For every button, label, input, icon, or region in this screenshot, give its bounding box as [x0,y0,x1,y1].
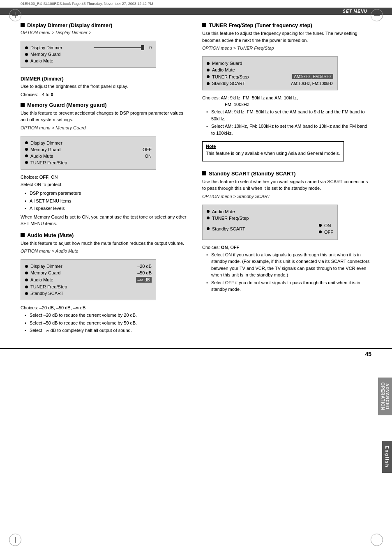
audio-mute-menu-path: OPTION menu > Audio Mute [21,249,190,253]
tuner-freq-menu-box: Memory Guard Audio Mute TUNER Freq/Step … [202,56,338,90]
menu-dot [207,227,210,230]
page-info: 01EN.00_RX-SL100RDS.book Page 45 Thursda… [0,0,392,8]
menu-dot [207,82,210,85]
menu-item-display-dimmer-1: Display Dimmer 0 [25,44,152,51]
menu-dot [319,224,322,227]
display-dimmer-title: Display Dimmer (Display dimmer) [27,22,112,28]
tf-item-audio-mute: Audio Mute [207,67,333,73]
tf-item-standby: Standby SCART AM:10kHz, FM:100kHz [207,80,333,87]
mg-item-memory-guard: Memory Guard OFF [25,146,152,153]
am-bullet-3: Select –∞ dB to completely halt all outp… [25,327,190,334]
mg-select-on: Select ON to protect: [21,181,190,188]
english-tab: English [382,441,392,473]
am-bullet-1: Select –20 dB to reduce the current volu… [25,312,190,319]
tuner-freq-section: TUNER Freq/Step (Tuner frequency step) U… [202,22,371,165]
tf-choices2: FM: 100kHz [202,102,371,107]
audio-mute-heading: Audio Mute (Mute) [21,232,190,238]
ss-item-audio-mute: Audio Mute [207,208,333,215]
menu-dot [207,62,210,65]
dimmer-sub-heading: DIMMER (Dimmer) [21,76,190,82]
am-item-display-dimmer: Display Dimmer –20 dB [25,263,152,269]
menu-dot [207,216,210,219]
memory-guard-menu-path: OPTION menu > Memory Guard [21,125,190,130]
advanced-operation-tab: ADVANCED OPERATION [378,378,392,415]
menu-dot [25,286,28,288]
memory-guard-section: Memory Guard (Memory guard) Use this fea… [21,102,190,227]
ss-bullet-2: Select OFF if you do not want signals to… [206,279,371,293]
standby-scart-body: Use this feature to select whether you w… [202,178,371,192]
display-dimmer-section: Display Dimmer (Display dimmer) OPTION m… [21,22,190,97]
ss-bullet-list: Select ON if you want to allow signals t… [202,251,371,293]
tf-item-tuner: TUNER Freq/Step AM:9kHz, FM:50kHz [207,73,333,80]
corner-mark-tr [371,9,383,21]
menu-item-memory-guard-1: Memory Guard [25,51,152,58]
display-dimmer-heading: Display Dimmer (Display dimmer) [21,22,190,28]
file-info-text: 01EN.00_RX-SL100RDS.book Page 45 Thursda… [21,2,153,6]
standby-scart-menu-wrapper: Audio Mute TUNER Freq/Step Standby SCART [202,201,371,245]
audio-mute-body: Use this feature to adjust how much the … [21,240,190,247]
dimmer-body: Use to adjust the brightness of the fron… [21,83,190,90]
corner-mark-tl [9,9,21,21]
audio-mute-menu-box: Display Dimmer –20 dB Memory Guard –50 d… [21,259,156,300]
slider-line [94,47,145,48]
slider-value: 0 [147,46,152,50]
note-box: Note This feature is only available when… [202,141,344,161]
standby-scart-menu-box: Audio Mute TUNER Freq/Step Standby SCART [202,205,338,240]
menu-dot [207,69,210,71]
menu-dot [25,141,28,144]
dimmer-slider[interactable]: 0 [94,46,152,50]
heading-bullet-3 [21,233,25,237]
menu-dot [25,265,28,268]
standby-scart-section: Standby SCART (Standby SCART) Use this f… [202,170,371,293]
mg-bullet-list: DSP program parameters All SET MENU item… [21,190,190,212]
mg-item-tuner: TUNER Freq/Step [25,159,152,166]
am-item-tuner: TUNER Freq/Step [25,283,152,290]
standby-scart-heading: Standby SCART (Standby SCART) [202,170,371,177]
mg-item-audio-mute: Audio Mute ON [25,153,152,159]
page-container: 01EN.00_RX-SL100RDS.book Page 45 Thursda… [0,0,392,555]
memory-guard-title: Memory Guard (Memory guard) [27,102,107,108]
note-body: This feature is only available when usin… [206,150,340,157]
ss-sub-off: OFF [319,229,333,235]
menu-item-audio-mute-1: Audio Mute [25,58,152,64]
ss-item-tuner: TUNER Freq/Step [207,215,333,221]
ss-sub-on: ON [319,222,333,229]
am-choices: Choices: –20 dB, –50 dB, –∞ dB [21,305,190,310]
bottom-area: 45 [0,348,392,359]
am-item-standby: Standby SCART [25,290,152,297]
display-dimmer-menu-path: OPTION menu > Display Dimmer > [21,30,190,35]
tf-item-memory-guard: Memory Guard [207,60,333,67]
am-bullet-list: Select –20 dB to reduce the current volu… [21,312,190,334]
menu-dot [25,279,28,281]
menu-dot [207,75,210,78]
right-column: TUNER Freq/Step (Tuner frequency step) U… [202,22,371,336]
audio-mute-menu-wrapper: Display Dimmer –20 dB Memory Guard –50 d… [21,256,190,305]
note-label: Note [206,144,340,149]
menu-dot [25,154,28,157]
english-label: English [385,446,390,468]
ss-choices: Choices: ON, OFF [202,245,371,250]
tuner-freq-menu-path: OPTION menu > TUNER Freq/Step [202,46,371,51]
tuner-freq-menu-wrapper: Memory Guard Audio Mute TUNER Freq/Step … [202,53,371,95]
menu-dot [25,46,28,49]
standby-scart-title: Standby SCART (Standby SCART) [209,170,296,177]
standby-scart-menu-path: OPTION menu > Standby SCART [202,194,371,199]
mg-item-display-dimmer: Display Dimmer [25,140,152,146]
corner-mark-bl [9,534,21,546]
mg-choices: Choices: OFF, ON [21,175,190,180]
dimmer-choices: Choices: –4 to 0 [21,92,190,97]
tf-bullet-1: Select AM: 9kHz, FM: 50kHz to set the AM… [206,108,371,122]
heading-bullet [21,23,25,27]
am-bullet-2: Select –50 dB to reduce the current volu… [25,320,190,327]
standby-submenu: ON OFF [319,222,333,235]
tf-bullet-2: Select AM: 10kHz, FM: 100kHz to set the … [206,123,371,136]
memory-guard-menu-box: Display Dimmer Memory Guard OFF Audio Mu… [21,136,156,170]
menu-dot [25,272,28,274]
set-menu-label: SET MENU [343,9,367,14]
tuner-freq-body: Use this feature to adjust the frequency… [202,30,371,44]
display-dimmer-menu-wrapper: Display Dimmer 0 Memory Guard [21,37,190,73]
memory-guard-menu-wrapper: Display Dimmer Memory Guard OFF Audio Mu… [21,133,190,175]
set-menu-bar: SET MENU [0,8,392,15]
menu-dot [25,292,28,295]
memory-guard-body: Use this feature to prevent accidental c… [21,110,190,123]
